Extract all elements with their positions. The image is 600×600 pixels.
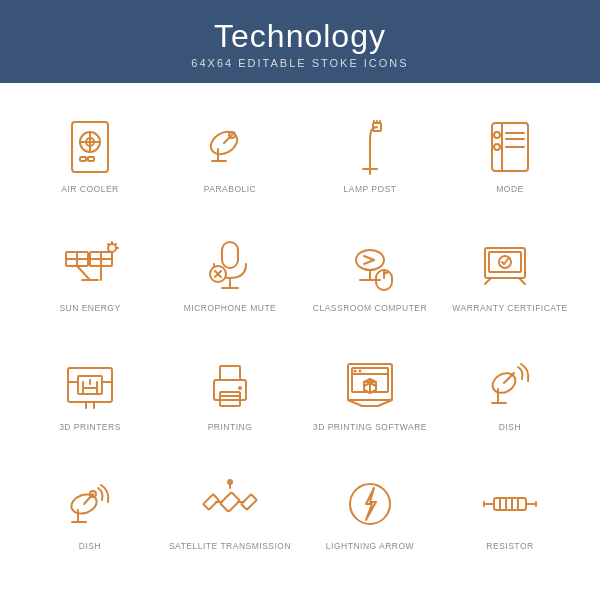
3d-printing-software-icon xyxy=(338,353,402,417)
icon-cell-dish-1: DISH xyxy=(440,331,580,450)
svg-point-20 xyxy=(494,132,500,138)
icon-cell-dish-2: DISH xyxy=(20,450,160,569)
classroom-computer-label: CLASSROOM COMPUTER xyxy=(313,303,427,313)
svg-rect-99 xyxy=(220,492,240,512)
lightning-arrow-icon xyxy=(338,472,402,536)
warranty-certificate-icon xyxy=(478,234,542,298)
icon-cell-3d-printers: 3D PRINTERS xyxy=(20,331,160,450)
svg-line-90 xyxy=(504,373,514,383)
svg-line-48 xyxy=(364,260,374,264)
icon-cell-mode: MODE xyxy=(440,93,580,212)
3d-printing-software-label: 3D PRINTING SOFTWARE xyxy=(313,422,427,432)
dish-1-icon xyxy=(478,353,542,417)
3d-printers-icon xyxy=(58,353,122,417)
svg-line-39 xyxy=(108,244,109,245)
svg-line-8 xyxy=(224,135,232,143)
svg-line-58 xyxy=(504,259,508,264)
printing-icon xyxy=(198,353,262,417)
sun-energy-icon xyxy=(58,234,122,298)
printing-label: PRINTING xyxy=(208,422,253,432)
icon-cell-parabolic: PARABOLIC xyxy=(160,93,300,212)
icon-cell-lamp-post: LAMP POST xyxy=(300,93,440,212)
resistor-icon xyxy=(478,472,542,536)
svg-rect-73 xyxy=(220,366,240,380)
microphone-mute-icon xyxy=(198,234,262,298)
svg-point-74 xyxy=(238,386,242,390)
svg-rect-40 xyxy=(222,242,238,268)
svg-rect-108 xyxy=(494,498,526,510)
air-cooler-icon xyxy=(58,115,122,179)
svg-line-38 xyxy=(115,244,116,245)
svg-point-83 xyxy=(354,370,357,373)
lamp-post-icon xyxy=(338,115,402,179)
satellite-transmission-label: SATELLITE TRANSMISSION xyxy=(169,541,291,551)
svg-line-47 xyxy=(364,256,374,260)
page-subtitle: 64X64 EDITABLE STOKE ICONS xyxy=(0,57,600,69)
icon-cell-air-cooler: AIR COOLER xyxy=(20,93,160,212)
svg-line-31 xyxy=(77,266,90,280)
microphone-mute-label: MICROPHONE MUTE xyxy=(184,303,277,313)
sun-energy-label: SUN ENERGY xyxy=(59,303,120,313)
icon-cell-printing: PRINTING xyxy=(160,331,300,450)
parabolic-label: PARABOLIC xyxy=(204,184,257,194)
icon-cell-resistor: RESISTOR xyxy=(440,450,580,569)
dish-2-label: DISH xyxy=(79,541,101,551)
classroom-computer-icon xyxy=(338,234,402,298)
svg-rect-5 xyxy=(80,157,86,161)
icon-grid: AIR COOLER PARABOLIC xyxy=(0,83,600,579)
svg-point-46 xyxy=(356,250,384,270)
parabolic-icon xyxy=(198,115,262,179)
icon-cell-microphone-mute: MICROPHONE MUTE xyxy=(160,212,300,331)
page-title: Technology xyxy=(0,18,600,55)
satellite-transmission-icon xyxy=(198,472,262,536)
lamp-post-label: LAMP POST xyxy=(344,184,397,194)
dish-2-icon xyxy=(58,472,122,536)
svg-rect-6 xyxy=(88,157,94,161)
dish-1-label: DISH xyxy=(499,422,521,432)
mode-icon xyxy=(478,115,542,179)
3d-printers-label: 3D PRINTERS xyxy=(59,422,121,432)
svg-point-84 xyxy=(359,370,362,373)
warranty-certificate-label: WARRANTY CERTIFICATE xyxy=(452,303,567,313)
air-cooler-label: AIR COOLER xyxy=(61,184,118,194)
svg-point-21 xyxy=(494,144,500,150)
icon-cell-3d-printing-software: 3D PRINTING SOFTWARE xyxy=(300,331,440,450)
icon-cell-warranty-certificate: WARRANTY CERTIFICATE xyxy=(440,212,580,331)
icon-cell-classroom-computer: CLASSROOM COMPUTER xyxy=(300,212,440,331)
icon-cell-lightning-arrow: LIGHTNING ARROW xyxy=(300,450,440,569)
icon-cell-satellite-transmission: SATELLITE TRANSMISSION xyxy=(160,450,300,569)
lightning-arrow-label: LIGHTNING ARROW xyxy=(326,541,414,551)
resistor-label: RESISTOR xyxy=(486,541,533,551)
icon-cell-sun-energy: SUN ENERGY xyxy=(20,212,160,331)
mode-label: MODE xyxy=(496,184,524,194)
page-header: Technology 64X64 EDITABLE STOKE ICONS xyxy=(0,0,600,83)
